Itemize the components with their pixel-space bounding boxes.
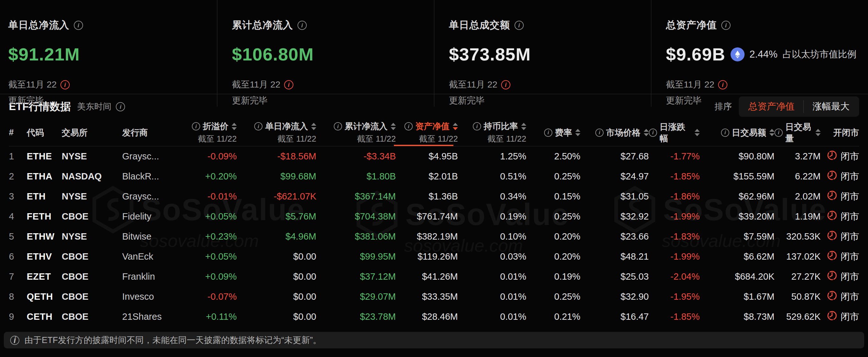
sort-carets-icon[interactable] [644,129,649,136]
market-closed-clock-icon [827,230,837,243]
column-header-market-price[interactable]: i市场价格 [580,119,649,146]
table-row[interactable]: 6ETHVCBOEVanEck+0.05%$0.00$99.95M$119.26… [9,246,859,267]
sort-carets-icon[interactable] [815,129,820,136]
cell-holding-ratio: 0.01% [458,271,526,282]
cell-market-price: $32.90 [580,292,649,302]
table-row[interactable]: 4FETHCBOEFidelity+0.05%$5.76M$704.38M$76… [9,207,859,227]
sort-carets-icon[interactable] [769,129,774,136]
cell-daily-net-inflow: $0.00 [237,292,316,302]
alert-info-icon[interactable]: i [284,80,293,89]
cell-market-status: 闭市 [820,290,859,303]
sort-carets-icon[interactable] [231,123,237,130]
info-icon[interactable]: i [721,21,731,30]
column-sub-label: 截至 11/22 [180,133,237,145]
info-icon[interactable]: i [334,122,342,130]
sort-carets-icon[interactable] [575,129,580,136]
info-icon[interactable]: i [774,128,783,137]
cell-cumulative-net-inflow: $704.38M [316,211,396,222]
sort-carets-icon[interactable] [521,123,526,130]
info-icon[interactable]: i [649,128,657,137]
sort-carets-icon[interactable] [694,129,700,136]
cell-premium: -0.09% [180,151,237,161]
cell-rank: 7 [9,271,27,282]
cell-issuer: 21Shares [122,311,180,322]
info-icon[interactable]: i [515,21,524,30]
cell-exchange: NASDAQ [62,171,122,182]
info-icon[interactable]: i [721,128,729,137]
column-header-premium[interactable]: i折溢价截至 11/22 [180,119,237,146]
cell-daily-change: -1.85% [649,171,700,182]
cell-daily-volume-usd: $8.73M [700,311,774,322]
info-icon[interactable]: i [595,128,603,137]
cell-rank: 6 [9,251,27,262]
cell-ticker: ETHA [27,171,62,182]
cell-daily-change: -2.04% [649,271,700,282]
stat-status: 更新完毕 [449,94,642,107]
market-closed-clock-icon [827,310,837,323]
alert-info-icon[interactable]: i [60,80,70,89]
cell-cumulative-net-inflow: $99.95M [316,251,396,262]
cell-market-price: $27.68 [580,151,649,161]
sort-carets-icon[interactable] [453,123,458,130]
column-header-cumulative-net-inflow[interactable]: i累计净流入截至 11/22 [316,119,396,146]
info-icon[interactable]: i [298,21,307,30]
info-icon[interactable]: i [74,21,83,30]
alert-info-icon[interactable]: i [501,80,510,89]
cell-daily-net-inflow: $0.00 [237,251,316,262]
sort-carets-icon[interactable] [311,123,316,130]
alert-info-icon[interactable]: i [718,80,727,89]
cell-holding-ratio: 1.25% [458,151,526,161]
cell-issuer: BlackR... [122,171,180,182]
column-label: 单日净流入 [265,121,308,132]
stat-card-daily-volume: 单日总成交额 i $373.85M 截至11月 22i 更新完毕 [434,0,651,107]
table-row[interactable]: 9CETHCBOE21Shares+0.11%$0.00$23.78M$28.4… [9,307,859,327]
cell-net-assets: $4.95B [396,151,458,161]
cell-market-price: $48.21 [580,251,649,262]
cell-fee-rate: 2.50% [526,151,580,161]
info-icon[interactable]: i [544,128,552,137]
cell-holding-ratio: 0.10% [458,231,526,242]
cell-fee-rate: 0.21% [526,311,580,322]
stat-status: 更新完毕 [232,94,425,107]
column-header-exchange: 交易所 [62,119,122,146]
column-sub-label: 截至 11/22 [237,133,316,145]
column-header-fee-rate[interactable]: i费率 [526,119,580,146]
sort-carets-icon[interactable] [391,123,396,130]
eth-share-label: 占以太坊市值比例 [782,48,856,61]
info-icon[interactable]: i [192,122,200,130]
cell-market-price: $24.97 [580,171,649,182]
cell-daily-change: -1.77% [649,151,700,161]
table-row[interactable]: 3ETHNYSEGraysc...-0.01%-$621.07K$367.14M… [9,186,859,207]
cell-daily-change: -1.85% [649,311,700,322]
table-header-row: #代码交易所发行商i折溢价截至 11/22i单日净流入截至 11/22i累计净流… [9,119,859,146]
stats-section: 单日总净流入 i $91.21M 截至11月 22i 更新完毕 累计总净流入 i… [0,0,868,94]
table-row[interactable]: 8QETHCBOEInvesco-0.07%$0.00$29.07M$33.35… [9,287,859,307]
column-header-holding-ratio[interactable]: i持币比率截至 11/22 [458,119,526,146]
column-label: 市场价格 [606,127,641,139]
cell-market-status: 闭市 [820,250,859,263]
table-body: 1ETHENYSEGraysc...-0.09%-$18.56M-$3.34B$… [9,146,859,327]
cell-net-assets: $382.19M [396,231,458,242]
cell-issuer: Franklin [122,271,180,282]
cell-ticker: EZET [27,271,62,282]
cell-fee-rate: 0.20% [526,231,580,242]
cell-premium: +0.20% [180,171,237,182]
column-header-daily-volume-shares[interactable]: i日交易量 [774,119,820,146]
cell-daily-volume-shares: 320.53K [774,231,820,242]
cell-issuer: Graysc... [122,191,180,202]
table-row[interactable]: 5ETHWNYSEBitwise+0.23%$4.96M$381.06M$382… [9,227,859,246]
table-row[interactable]: 7EZETCBOEFranklin+0.09%$0.00$37.12M$41.2… [9,267,859,287]
table-row[interactable]: 2ETHANASDAQBlackR...+0.20%$99.68M$1.80B$… [9,167,859,186]
column-header-daily-change[interactable]: i日涨跌幅 [649,119,700,146]
cell-holding-ratio: 0.01% [458,292,526,302]
column-header-net-assets[interactable]: i资产净值截至 11/22 [396,119,458,146]
column-header-daily-volume-usd[interactable]: i日交易额 [700,119,774,146]
info-icon[interactable]: i [254,122,262,130]
info-icon[interactable]: i [473,122,481,130]
stat-card-cumulative-net-inflow: 累计总净流入 i $106.80M 截至11月 22i 更新完毕 [217,0,434,107]
cell-daily-change: -1.86% [649,191,700,202]
column-header-daily-net-inflow[interactable]: i单日净流入截至 11/22 [237,119,316,146]
info-icon[interactable]: i [404,122,413,130]
table-row[interactable]: 1ETHENYSEGraysc...-0.09%-$18.56M-$3.34B$… [9,146,859,167]
cell-issuer: Graysc... [122,151,180,161]
